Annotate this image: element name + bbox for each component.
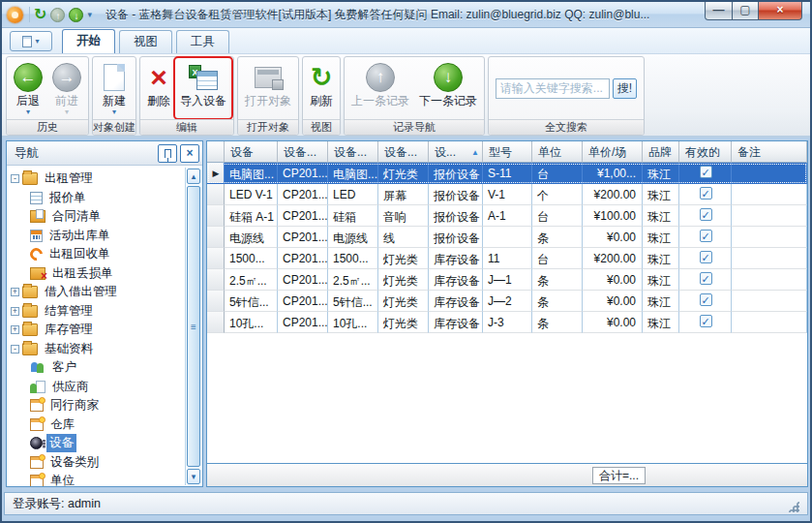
app-window: ↻ ↑ ↓ ▾ 设备 - 蓝格舞台设备租赁管理软件[试用版本] 免费解答任何疑问… bbox=[0, 0, 812, 523]
tree-item-peer-merchant[interactable]: 同行商家 bbox=[11, 396, 185, 415]
checkbox-checked-icon[interactable]: ✓ bbox=[700, 315, 712, 327]
quick-down-icon[interactable]: ↓ bbox=[69, 8, 83, 22]
pin-button[interactable] bbox=[158, 144, 177, 163]
tree-item-label: 出租回收单 bbox=[46, 245, 113, 263]
remark-cell bbox=[732, 163, 807, 184]
grid-rows: ▶电脑图...CP201...电脑图...灯光类报价设备S-11台¥1,00..… bbox=[207, 163, 807, 333]
close-button[interactable]: × bbox=[759, 2, 802, 20]
back-arrow-icon: ← bbox=[14, 63, 43, 92]
row-indicator bbox=[207, 227, 225, 248]
previous-record-button[interactable]: ↑ 上一条记录 bbox=[346, 58, 414, 118]
row-indicator bbox=[207, 269, 225, 291]
collapse-icon[interactable]: - bbox=[11, 345, 19, 354]
people-icon bbox=[30, 361, 45, 374]
collapse-icon[interactable]: - bbox=[11, 174, 19, 183]
search-input[interactable] bbox=[496, 78, 610, 99]
forward-button[interactable]: → 前进 ▾ bbox=[47, 58, 86, 118]
checkbox-checked-icon[interactable]: ✓ bbox=[700, 166, 712, 178]
back-button[interactable]: ← 后退 ▾ bbox=[9, 58, 47, 118]
tab-tools[interactable]: 工具 bbox=[176, 30, 229, 53]
expand-icon[interactable]: + bbox=[11, 307, 19, 316]
checkbox-checked-icon[interactable]: ✓ bbox=[700, 272, 712, 285]
ribbon-group-view: ↻ 刷新 视图 bbox=[302, 56, 341, 136]
column-header-6[interactable]: 单位 bbox=[532, 141, 583, 163]
column-header-1[interactable]: 设备... bbox=[278, 141, 328, 163]
tree-item-label: 同行商家 bbox=[47, 396, 102, 415]
column-header-3[interactable]: 设备... bbox=[378, 141, 429, 163]
quick-refresh-icon[interactable]: ↻ bbox=[34, 7, 46, 22]
column-header-4[interactable]: 设...▲ bbox=[429, 141, 483, 163]
cell: 灯光类 bbox=[378, 291, 429, 312]
delete-button[interactable]: × 删除 bbox=[142, 58, 175, 118]
checkbox-checked-icon[interactable]: ✓ bbox=[700, 187, 712, 200]
column-header-0[interactable]: 设备 bbox=[225, 141, 278, 163]
checkbox-checked-icon[interactable]: ✓ bbox=[700, 208, 712, 221]
cell: 库存设备 bbox=[429, 312, 483, 333]
next-record-button[interactable]: ↓ 下一条记录 bbox=[414, 58, 482, 118]
maximize-button[interactable]: ▢ bbox=[733, 2, 759, 20]
tree-item-basic-data[interactable]: -基础资料 bbox=[11, 340, 185, 359]
tree-item-rental-loss[interactable]: 出租丢损单 bbox=[11, 264, 185, 284]
refresh-button[interactable]: ↻ 刷新 bbox=[305, 58, 338, 118]
tab-home[interactable]: 开始 bbox=[62, 29, 115, 53]
tree-item-borrow-lend-mgmt[interactable]: +借入借出管理 bbox=[11, 283, 185, 302]
resize-grip[interactable] bbox=[788, 501, 799, 512]
app-menu-button[interactable]: ▾ bbox=[10, 31, 52, 51]
tree-item-inventory-mgmt[interactable]: +库存管理 bbox=[11, 321, 185, 340]
column-header-7[interactable]: 单价/场 bbox=[583, 141, 643, 163]
table-row[interactable]: 硅箱 A-1CP201...硅箱音响报价设备A-1台¥100.00珠江✓ bbox=[207, 205, 807, 227]
scrollbar-thumb[interactable]: ≡ bbox=[187, 186, 200, 467]
new-button[interactable]: 新建 ▾ bbox=[98, 58, 131, 118]
expand-icon[interactable]: + bbox=[11, 288, 19, 296]
tree-item-customer[interactable]: 客户 bbox=[11, 358, 185, 378]
table-row[interactable]: 5针信...CP201...5针信...灯光类库存设备J—2条¥0.00珠江✓ bbox=[207, 291, 807, 312]
tab-view[interactable]: 视图 bbox=[119, 30, 172, 53]
table-row[interactable]: LED V-1CP201...LED屏幕报价设备V-1个¥200.00珠江✓ bbox=[207, 184, 807, 205]
tree-item-label: 出租管理 bbox=[42, 169, 96, 188]
quick-up-icon[interactable]: ↑ bbox=[50, 8, 65, 22]
quick-access-dropdown-icon[interactable]: ▾ bbox=[87, 10, 92, 19]
tree-item-rental-return[interactable]: 出租回收单 bbox=[11, 245, 185, 264]
tree-item-equipment-category[interactable]: 设备类别 bbox=[11, 453, 185, 473]
table-row[interactable]: 电源线CP201...电源线线报价设备条¥0.00珠江✓ bbox=[207, 227, 807, 248]
tree-item-warehouse[interactable]: 仓库 bbox=[11, 415, 185, 435]
tree-item-label: 设备 bbox=[46, 434, 76, 452]
import-equipment-button[interactable]: X 导入设备 bbox=[175, 58, 231, 118]
checkbox-checked-icon[interactable]: ✓ bbox=[700, 230, 712, 242]
recycle-icon bbox=[27, 246, 45, 263]
expand-icon[interactable]: + bbox=[11, 325, 19, 334]
column-header-10[interactable]: 备注 bbox=[732, 141, 807, 163]
tree-item-supplier[interactable]: 供应商 bbox=[11, 378, 185, 397]
tree-item-rental-mgmt[interactable]: -出租管理 bbox=[11, 169, 185, 189]
scroll-down-button[interactable]: ▾ bbox=[187, 469, 200, 484]
checkbox-checked-icon[interactable]: ✓ bbox=[700, 251, 712, 263]
total-box[interactable]: 合计=... bbox=[592, 467, 646, 484]
scroll-up-button[interactable]: ▴ bbox=[187, 169, 200, 184]
tree-item-equipment[interactable]: 设备 bbox=[11, 434, 185, 453]
cell: 灯光类 bbox=[378, 312, 429, 333]
search-button[interactable]: 搜! bbox=[613, 78, 637, 99]
valid-cell: ✓ bbox=[679, 227, 732, 248]
tree-item-unit[interactable]: 单位 bbox=[11, 472, 185, 486]
open-object-button[interactable]: 打开对象 bbox=[240, 58, 296, 118]
window-title: 设备 - 蓝格舞台设备租赁管理软件[试用版本] 免费解答任何疑问 Email: … bbox=[105, 7, 697, 23]
table-row[interactable]: 1500...CP201...1500...灯光类库存设备11台¥200.00珠… bbox=[207, 248, 807, 269]
tree-item-quotation[interactable]: 报价单 bbox=[11, 189, 185, 208]
column-header-5[interactable]: 型号 bbox=[483, 141, 532, 163]
table-row[interactable]: ▶电脑图...CP201...电脑图...灯光类报价设备S-11台¥1,00..… bbox=[207, 163, 807, 184]
cell: 2.5㎡... bbox=[328, 269, 378, 291]
tree-item-activity-outbound[interactable]: 活动出库单 bbox=[11, 227, 185, 246]
minimize-button[interactable]: — bbox=[705, 2, 733, 20]
checkbox-checked-icon[interactable]: ✓ bbox=[700, 293, 712, 306]
table-row[interactable]: 2.5㎡...CP201...2.5㎡...灯光类库存设备J—1条¥0.00珠江… bbox=[207, 269, 807, 291]
nav-close-button[interactable]: × bbox=[180, 144, 199, 163]
tree-item-contract-list[interactable]: 合同清单 bbox=[11, 207, 185, 227]
tree-item-label: 仓库 bbox=[47, 415, 77, 434]
column-header-9[interactable]: 有效的 bbox=[679, 141, 732, 163]
tree-item-settlement-mgmt[interactable]: +结算管理 bbox=[11, 302, 185, 322]
column-header-8[interactable]: 品牌 bbox=[643, 141, 679, 163]
tree-item-label: 单位 bbox=[47, 472, 77, 486]
cell: V-1 bbox=[483, 184, 532, 205]
column-header-2[interactable]: 设备... bbox=[328, 141, 378, 163]
table-row[interactable]: 10孔...CP201...10孔...灯光类库存设备J-3条¥0.00珠江✓ bbox=[207, 312, 807, 333]
